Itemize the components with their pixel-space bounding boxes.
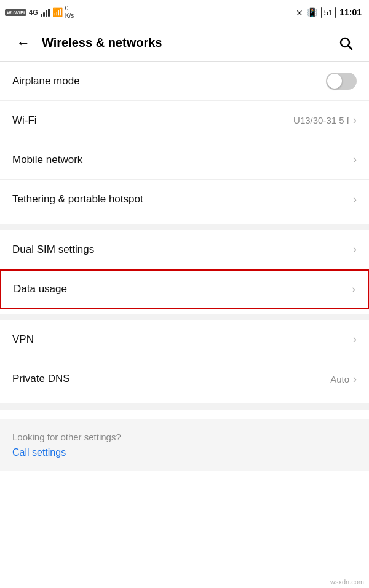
wifi-icon: 📶	[52, 7, 63, 17]
airplane-mode-toggle[interactable]	[326, 73, 357, 90]
section-sim: Dual SIM settings › Data usage ›	[0, 230, 369, 309]
section-network: VPN › Private DNS Auto ›	[0, 320, 369, 399]
private-dns-value: Auto	[330, 374, 349, 384]
airplane-mode-label: Airplane mode	[12, 75, 80, 87]
status-bar-right: ⨯ 📳 51 11:01	[296, 7, 362, 18]
tethering-item[interactable]: Tethering & portable hotspot ›	[0, 180, 369, 219]
battery-indicator: 51	[321, 7, 336, 18]
wifi-chevron-icon: ›	[353, 114, 357, 127]
call-settings-link[interactable]: Call settings	[12, 447, 66, 458]
toggle-knob	[327, 74, 342, 89]
wifi-item[interactable]: Wi-Fi U13/30-31 5 f ›	[0, 101, 369, 140]
vpn-label: VPN	[12, 333, 34, 346]
signal-bars-icon	[41, 8, 50, 17]
wifi-label: Wi-Fi	[12, 114, 37, 127]
dual-sim-chevron-icon: ›	[353, 243, 357, 256]
private-dns-chevron-icon: ›	[353, 373, 357, 386]
private-dns-right: Auto ›	[330, 373, 357, 386]
data-speed: 0K/s	[65, 5, 74, 20]
section-divider-1	[0, 224, 369, 230]
search-icon	[338, 36, 353, 50]
section-divider-3	[0, 403, 369, 410]
mobile-network-label: Mobile network	[12, 154, 82, 166]
dual-sim-right: ›	[353, 243, 357, 256]
tethering-label: Tethering & portable hotspot	[12, 193, 143, 205]
private-dns-label: Private DNS	[12, 373, 70, 385]
mobile-network-right: ›	[353, 153, 357, 166]
mobile-network-chevron-icon: ›	[353, 153, 357, 166]
dual-sim-label: Dual SIM settings	[12, 244, 94, 256]
page-title: Wireless & networks	[42, 36, 332, 50]
status-time: 11:01	[339, 7, 362, 17]
status-bar: WoWiFi 4G 📶 0K/s ⨯ 📳 51 11:01	[0, 0, 369, 25]
header: ← Wireless & networks	[0, 25, 369, 62]
tethering-chevron-icon: ›	[353, 193, 357, 206]
status-bar-left: WoWiFi 4G 📶 0K/s	[5, 5, 74, 20]
tethering-right: ›	[353, 193, 357, 206]
bluetooth-icon: ⨯	[296, 7, 303, 17]
data-usage-right: ›	[352, 283, 355, 296]
other-settings-text: Looking for other settings?	[12, 432, 357, 442]
dual-sim-item[interactable]: Dual SIM settings ›	[0, 230, 369, 269]
vpn-right: ›	[353, 333, 357, 346]
svg-line-1	[349, 46, 352, 49]
back-arrow-icon: ←	[17, 35, 30, 51]
section-wireless: Airplane mode Wi-Fi U13/30-31 5 f › Mobi…	[0, 62, 369, 219]
private-dns-item[interactable]: Private DNS Auto ›	[0, 359, 369, 399]
wifi-right: U13/30-31 5 f ›	[293, 114, 357, 127]
vpn-chevron-icon: ›	[353, 333, 357, 346]
wifi-value: U13/30-31 5 f	[293, 115, 349, 125]
watermark: wsxdn.com	[330, 578, 364, 586]
airplane-mode-item[interactable]: Airplane mode	[0, 62, 369, 101]
vpn-item[interactable]: VPN ›	[0, 320, 369, 359]
network-4g-icon: 4G	[29, 9, 38, 16]
other-settings-section: Looking for other settings? Call setting…	[0, 419, 369, 471]
search-button[interactable]	[332, 30, 359, 57]
data-usage-item[interactable]: Data usage ›	[0, 269, 369, 309]
back-button[interactable]: ←	[10, 30, 37, 57]
section-divider-2	[0, 314, 369, 320]
mobile-network-item[interactable]: Mobile network ›	[0, 140, 369, 180]
data-usage-chevron-icon: ›	[352, 283, 355, 296]
wowifi-icon: WoWiFi	[5, 9, 26, 16]
data-usage-label: Data usage	[14, 283, 67, 295]
vibrate-icon: 📳	[307, 7, 317, 17]
